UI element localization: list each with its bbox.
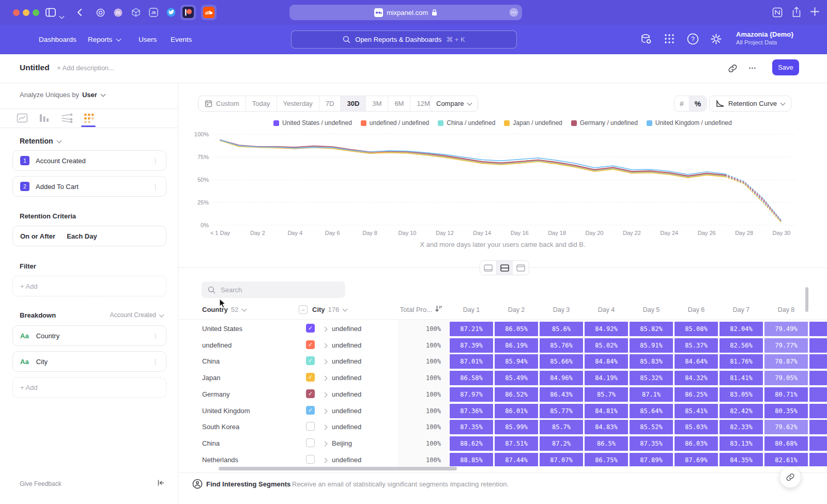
- add-breakdown-button[interactable]: + Add: [12, 377, 166, 398]
- collapse-sidebar-icon[interactable]: [157, 479, 165, 487]
- chevron-down-icon[interactable]: [59, 14, 65, 19]
- row-checkbox[interactable]: ✓: [306, 324, 315, 333]
- expand-row-icon[interactable]: [323, 343, 328, 348]
- nav-events[interactable]: Events: [171, 25, 192, 54]
- select-all-checkbox[interactable]: −: [299, 305, 308, 314]
- tab-retention[interactable]: [83, 113, 95, 124]
- give-feedback-link[interactable]: Give Feedback: [20, 480, 62, 487]
- expand-row-icon[interactable]: [323, 392, 328, 397]
- settings-gear-icon[interactable]: [710, 33, 722, 45]
- apps-grid-icon[interactable]: [664, 33, 675, 44]
- new-tab-icon[interactable]: [810, 7, 820, 17]
- global-search[interactable]: Open Reports & Dashboards ⌘ + K: [291, 30, 517, 49]
- nav-users[interactable]: Users: [139, 25, 157, 54]
- breakdown-card-city[interactable]: Aa City ⋮: [12, 351, 166, 372]
- row-checkbox[interactable]: ✓: [306, 406, 315, 415]
- analyze-chevron-icon[interactable]: [100, 92, 105, 97]
- legend-item[interactable]: China / undefined: [438, 119, 495, 127]
- day-column-header[interactable]: Day 2: [495, 306, 538, 313]
- range-7d[interactable]: 7D: [319, 96, 341, 111]
- nav-reports[interactable]: Reports: [88, 25, 120, 54]
- legend-item[interactable]: United States / undefined: [273, 119, 352, 127]
- chart-type-select[interactable]: Retention Curve: [709, 96, 791, 112]
- mode-percent[interactable]: %: [690, 96, 706, 111]
- expand-row-icon[interactable]: [323, 441, 328, 446]
- row-checkbox[interactable]: [306, 455, 315, 464]
- legend-item[interactable]: Germany / undefined: [571, 119, 638, 127]
- step-card-2[interactable]: 2 Added To Cart ⋮: [12, 176, 166, 197]
- js-icon[interactable]: JS: [149, 8, 158, 17]
- day-column-header[interactable]: Day 5: [630, 306, 673, 313]
- expand-row-icon[interactable]: [323, 425, 328, 430]
- compare-button[interactable]: Compare: [430, 96, 478, 112]
- tab-funnels[interactable]: [38, 113, 50, 124]
- day-column-header[interactable]: Day 8: [764, 306, 808, 313]
- analyze-entity-select[interactable]: User: [82, 91, 97, 99]
- add-filter-button[interactable]: + Add: [12, 276, 166, 296]
- breakdown-scope-select[interactable]: Account Created: [110, 311, 163, 319]
- view-table-only-icon[interactable]: [513, 261, 529, 275]
- vertical-scrollbar[interactable]: [805, 287, 808, 312]
- report-title[interactable]: Untitled: [20, 63, 50, 72]
- expand-row-icon[interactable]: [323, 376, 328, 381]
- cube-icon[interactable]: [131, 8, 141, 17]
- kebab-menu-icon[interactable]: ⋮: [152, 358, 159, 365]
- range-30d[interactable]: 30D: [341, 96, 366, 111]
- bird-icon[interactable]: [166, 8, 176, 17]
- expand-row-icon[interactable]: [323, 458, 328, 463]
- criteria-card[interactable]: On or After Each Day: [12, 226, 166, 246]
- row-checkbox[interactable]: [306, 438, 315, 447]
- expand-row-icon[interactable]: [323, 408, 328, 414]
- row-checkbox[interactable]: [306, 422, 315, 431]
- minimize-window-button[interactable]: [23, 9, 29, 16]
- legend-item[interactable]: Japan / undefined: [504, 119, 562, 127]
- save-button[interactable]: Save: [772, 59, 799, 75]
- range-6m[interactable]: 6M: [388, 96, 410, 111]
- kebab-menu-icon[interactable]: ⋮: [152, 183, 159, 190]
- horizontal-scrollbar[interactable]: [219, 467, 457, 470]
- share-icon[interactable]: [791, 6, 802, 18]
- patreon-icon[interactable]: [180, 5, 196, 20]
- day-column-header[interactable]: Day 6: [675, 306, 718, 313]
- back-button[interactable]: [76, 8, 83, 17]
- range-yesterday[interactable]: Yesterday: [277, 96, 319, 111]
- kebab-menu-icon[interactable]: ⋮: [152, 158, 159, 164]
- view-chart-only-icon[interactable]: [480, 261, 497, 275]
- row-checkbox[interactable]: ✓: [306, 373, 315, 382]
- column-header-total[interactable]: Total Pro...: [398, 306, 432, 313]
- letter-m-icon[interactable]: m: [114, 8, 122, 17]
- help-icon[interactable]: ?: [687, 33, 699, 45]
- footer-title[interactable]: Find Interesting Segments: [206, 480, 290, 488]
- table-search-input[interactable]: Search: [202, 281, 345, 298]
- more-options-button[interactable]: …: [748, 61, 757, 70]
- range-3m[interactable]: 3M: [366, 96, 388, 111]
- browser-sidebar-icon[interactable]: [45, 8, 56, 17]
- step-card-1[interactable]: 1 Account Created ⋮: [12, 150, 166, 171]
- range-today[interactable]: Today: [246, 96, 277, 111]
- day-column-header[interactable]: Day 7: [719, 306, 763, 313]
- day-column-header[interactable]: Day 1: [450, 306, 493, 313]
- sort-icon[interactable]: [435, 305, 442, 312]
- expand-row-icon[interactable]: [323, 327, 328, 332]
- day-column-header[interactable]: Day 4: [585, 306, 628, 313]
- tab-flows[interactable]: [60, 113, 73, 124]
- copy-link-icon[interactable]: [728, 64, 738, 73]
- row-checkbox[interactable]: ✓: [306, 389, 315, 398]
- soundcloud-icon[interactable]: [201, 5, 217, 20]
- breakdown-card-country[interactable]: Aa Country ⋮: [12, 325, 166, 346]
- row-checkbox[interactable]: ✓: [306, 340, 315, 349]
- view-split-icon[interactable]: [497, 261, 513, 275]
- row-checkbox[interactable]: ✓: [306, 356, 315, 365]
- page-settings-icon[interactable]: [509, 8, 518, 17]
- retention-section-header[interactable]: Retention: [20, 137, 61, 145]
- expand-row-icon[interactable]: [323, 359, 328, 365]
- column-header-city[interactable]: City 176: [312, 306, 347, 313]
- nav-dashboards[interactable]: Dashboards: [39, 25, 76, 54]
- project-switcher[interactable]: Amazonia {Demo} All Project Data: [736, 30, 793, 45]
- legend-item[interactable]: undefined / undefined: [361, 119, 429, 127]
- share-link-fab[interactable]: [779, 466, 801, 488]
- legend-item[interactable]: United Kingdom / undefined: [647, 119, 732, 127]
- maximize-window-button[interactable]: [33, 9, 39, 16]
- address-bar[interactable]: mixpanel.com: [289, 5, 522, 20]
- range-custom[interactable]: Custom: [198, 96, 246, 111]
